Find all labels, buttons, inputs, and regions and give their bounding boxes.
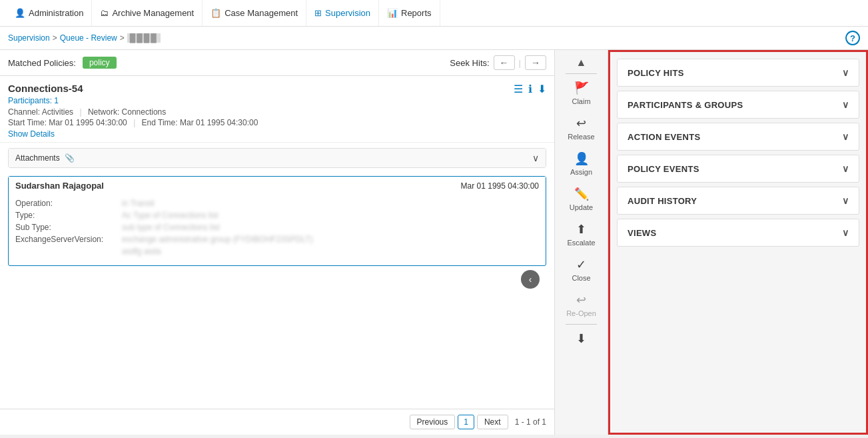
seek-prev-button[interactable]: ← <box>494 55 515 70</box>
field-label-exchange: ExchangeServerVersion: <box>15 235 122 244</box>
reopen-button[interactable]: ↩ Re-Open <box>555 287 608 323</box>
pagination-bar: Previous 1 Next 1 - 1 of 1 <box>0 409 554 435</box>
nav-item-case-management[interactable]: 📋 Case Management <box>203 0 306 26</box>
next-button[interactable]: Next <box>477 415 508 429</box>
attachment-count-icon: 📎 <box>65 153 75 163</box>
update-button[interactable]: ✏️ Update <box>555 181 608 217</box>
help-button[interactable]: ? <box>845 31 860 45</box>
message-item: Sudarshan Rajagopal Mar 01 1995 04:30:00… <box>8 176 546 266</box>
close-label: Close <box>572 274 590 282</box>
views-chevron: ∨ <box>842 227 849 238</box>
field-label-subtype: Sub Type: <box>15 223 122 232</box>
reports-icon: 📊 <box>387 8 398 18</box>
accordion-audit-history-header[interactable]: AUDIT HISTORY ∨ <box>618 187 859 214</box>
policy-hits-chevron: ∨ <box>842 67 849 78</box>
message-timestamp: Mar 01 1995 04:30:00 <box>461 181 539 191</box>
field-type: Type: Ac Type of Connections list <box>15 211 539 220</box>
field-value-type: Ac Type of Connections list <box>122 211 218 220</box>
attachments-section: Attachments 📎 ∨ <box>8 148 546 168</box>
message-list-action[interactable]: ☰ <box>514 83 523 95</box>
field-value-subtype: sub type of Connections list <box>122 223 220 232</box>
action-events-chevron: ∨ <box>842 131 849 142</box>
assign-button[interactable]: 👤 Assign <box>555 146 608 181</box>
nav-prev-circle[interactable]: ‹ <box>521 270 540 289</box>
accordion-participants-groups: PARTICIPANTS & GROUPS ∨ <box>617 91 859 119</box>
field-value-exchange: exchange administrative group (FYDIBOHF2… <box>122 235 313 244</box>
field-label-type: Type: <box>15 211 122 220</box>
show-details-link[interactable]: Show Details <box>8 129 546 139</box>
accordion-participants-groups-header[interactable]: PARTICIPANTS & GROUPS ∨ <box>618 91 859 118</box>
field-value-extra: asdfg asda <box>122 247 161 256</box>
end-time-value: Mar 01 1995 04:30:00 <box>180 118 258 127</box>
reopen-icon: ↩ <box>576 293 586 307</box>
close-button[interactable]: ✓ Close <box>555 252 608 287</box>
breadcrumb-current: ████ <box>127 33 161 43</box>
close-icon: ✓ <box>576 257 586 272</box>
update-icon: ✏️ <box>574 187 589 201</box>
policy-badge: policy <box>83 57 117 69</box>
left-content: Matched Policies: policy Seek Hits: ← | … <box>0 50 555 435</box>
message-actions: ☰ ℹ ⬇ <box>514 83 546 95</box>
attachments-chevron: ∨ <box>532 153 539 163</box>
escalate-button[interactable]: ⬆ Escalate <box>555 217 608 252</box>
nav-item-administration[interactable]: 👤 Administration <box>7 0 92 26</box>
audit-history-label: AUDIT HISTORY <box>628 196 697 206</box>
matched-policies-bar: Matched Policies: policy Seek Hits: ← | … <box>0 50 554 76</box>
channel-value: Activities <box>42 107 73 117</box>
accordion-action-events-header[interactable]: ACTION EVENTS ∨ <box>618 123 859 150</box>
release-icon: ↩ <box>576 116 586 131</box>
channel-label: Channel: <box>8 107 40 117</box>
seek-hits: Seek Hits: ← | → <box>450 55 546 70</box>
seek-next-button[interactable]: → <box>525 55 546 70</box>
supervision-icon: ⊞ <box>314 8 322 18</box>
policy-events-label: POLICY EVENTS <box>628 164 699 174</box>
sidebar-divider-bottom <box>566 324 597 325</box>
field-exchange: ExchangeServerVersion: exchange administ… <box>15 235 539 244</box>
start-time-label: Start Time: <box>8 118 47 127</box>
page-info: 1 - 1 of 1 <box>515 417 546 427</box>
participants-link[interactable]: Participants: 1 <box>8 96 59 105</box>
attachments-label: Attachments 📎 <box>15 153 75 163</box>
nav-item-supervision[interactable]: ⊞ Supervision <box>306 0 379 26</box>
breadcrumb-supervision[interactable]: Supervision <box>8 33 50 43</box>
escalate-label: Escalate <box>567 239 595 247</box>
field-value-operation: in Transit <box>122 199 155 208</box>
message-download-action[interactable]: ⬇ <box>538 83 546 95</box>
message-header: Connections-54 ☰ ℹ ⬇ Participants: 1 Cha… <box>0 76 554 143</box>
breadcrumb-queue-review[interactable]: Queue - Review <box>60 33 117 43</box>
nav-item-reports[interactable]: 📊 Reports <box>379 0 440 26</box>
message-item-header: Sudarshan Rajagopal Mar 01 1995 04:30:00 <box>9 177 546 195</box>
accordion-action-events: ACTION EVENTS ∨ <box>617 123 859 151</box>
accordion-policy-hits-header[interactable]: POLICY HITS ∨ <box>618 59 859 86</box>
accordion-policy-events-header[interactable]: POLICY EVENTS ∨ <box>618 155 859 182</box>
accordion-views-header[interactable]: VIEWS ∨ <box>618 219 859 246</box>
download-button[interactable]: ⬇ <box>555 326 608 351</box>
field-subtype: Sub Type: sub type of Connections list <box>15 223 539 232</box>
scroll-up[interactable]: ▲ <box>573 53 590 72</box>
end-time-label: End Time: <box>142 118 178 127</box>
release-button[interactable]: ↩ Release <box>555 111 608 146</box>
right-panel: POLICY HITS ∨ PARTICIPANTS & GROUPS ∨ AC… <box>608 50 868 435</box>
breadcrumb-sep2: > <box>120 33 125 43</box>
assign-icon: 👤 <box>574 151 589 166</box>
previous-button[interactable]: Previous <box>410 415 456 429</box>
sender-name: Sudarshan Rajagopal <box>15 181 104 191</box>
claim-label: Claim <box>572 97 590 105</box>
action-events-label: ACTION EVENTS <box>628 132 700 142</box>
message-info-action[interactable]: ℹ <box>528 83 532 95</box>
accordion-policy-events: POLICY EVENTS ∨ <box>617 155 859 183</box>
policy-hits-label: POLICY HITS <box>628 68 684 78</box>
case-icon: 📋 <box>211 8 221 18</box>
message-times: Start Time: Mar 01 1995 04:30:00 | End T… <box>8 118 546 127</box>
page-number[interactable]: 1 <box>458 415 474 429</box>
accordion-audit-history: AUDIT HISTORY ∨ <box>617 187 859 215</box>
breadcrumb-sep1: > <box>53 33 57 43</box>
claim-button[interactable]: 🚩 Claim <box>555 75 608 111</box>
assign-label: Assign <box>570 168 592 176</box>
network-label: Network: <box>88 107 119 117</box>
breadcrumb: Supervision > Queue - Review > ████ ? <box>0 27 868 50</box>
sidebar-divider-top <box>566 73 597 74</box>
nav-item-archive-management[interactable]: 🗂 Archive Management <box>92 0 203 26</box>
field-label-operation: Operation: <box>15 199 122 208</box>
attachments-header[interactable]: Attachments 📎 ∨ <box>9 149 546 167</box>
